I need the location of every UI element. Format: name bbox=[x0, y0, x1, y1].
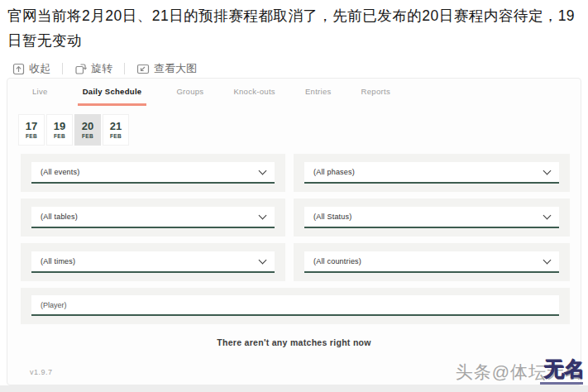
date-pill-20-feb[interactable]: 20 FEB bbox=[75, 115, 100, 145]
tab-knock-outs[interactable]: Knock-outs bbox=[233, 87, 275, 103]
date-day: 17 bbox=[26, 121, 37, 131]
filter-panel-status: (All Status) bbox=[294, 198, 570, 237]
rotate-icon bbox=[74, 63, 87, 75]
tab-groups[interactable]: Groups bbox=[176, 87, 203, 103]
date-day: 20 bbox=[82, 121, 93, 131]
tab-reports[interactable]: Reports bbox=[361, 87, 390, 103]
chevron-down-icon bbox=[259, 256, 267, 264]
version-label: v1.9.7 bbox=[30, 368, 53, 376]
article-headline: 官网当前将2月20日、21日的预排赛程都取消了，先前已发布的20日赛程内容待定，… bbox=[7, 3, 581, 53]
date-pill-21-feb[interactable]: 21 FEB bbox=[103, 115, 128, 145]
filter-panel-times: (All times) bbox=[21, 243, 285, 281]
date-day: 19 bbox=[54, 121, 65, 131]
date-pill-17-feb[interactable]: 17 FEB bbox=[19, 115, 44, 145]
events-select-value: (All events) bbox=[41, 168, 79, 176]
date-pill-19-feb[interactable]: 19 FEB bbox=[47, 115, 72, 145]
tab-entries[interactable]: Entries bbox=[305, 87, 332, 103]
view-large-label: 查看大图 bbox=[154, 61, 197, 76]
collapse-icon bbox=[12, 63, 25, 75]
player-search-panel bbox=[21, 288, 570, 324]
times-select-value: (All times) bbox=[41, 257, 75, 265]
events-select[interactable]: (All events) bbox=[31, 162, 275, 184]
date-day: 21 bbox=[110, 121, 122, 131]
date-month: FEB bbox=[54, 133, 65, 139]
image-toolbar: 收起 旋转 查看大图 bbox=[12, 60, 197, 77]
page: 官网当前将2月20日、21日的预排赛程都取消了，先前已发布的20日赛程内容待定，… bbox=[0, 0, 588, 392]
status-select[interactable]: (All Status) bbox=[304, 207, 559, 228]
filter-panel-phases: (All phases) bbox=[294, 154, 570, 192]
filter-panel-events: (All events) bbox=[21, 154, 285, 192]
view-large-button[interactable]: 查看大图 bbox=[136, 61, 197, 76]
toolbar-divider bbox=[62, 63, 63, 74]
watermark-logo: 无名 bbox=[543, 356, 585, 380]
player-search-input[interactable] bbox=[31, 295, 559, 316]
date-month: FEB bbox=[82, 133, 93, 139]
schedule-screenshot: Live Daily Schedule Groups Knock-outs En… bbox=[7, 78, 581, 385]
collapse-label: 收起 bbox=[29, 61, 50, 76]
tab-daily-schedule[interactable]: Daily Schedule bbox=[78, 87, 147, 106]
phases-select-value: (All phases) bbox=[313, 168, 355, 176]
filter-grid: (All events) (All phases) (All tables) (… bbox=[21, 154, 570, 281]
times-select[interactable]: (All times) bbox=[31, 251, 275, 273]
view-large-icon bbox=[136, 63, 150, 75]
chevron-down-icon bbox=[543, 166, 552, 174]
chevron-down-icon bbox=[259, 166, 267, 174]
rotate-label: 旋转 bbox=[91, 61, 112, 76]
status-select-value: (All Status) bbox=[313, 213, 351, 221]
rotate-button[interactable]: 旋转 bbox=[74, 61, 112, 76]
empty-state-message: There aren't any matches right now bbox=[7, 337, 581, 347]
chevron-down-icon bbox=[259, 211, 267, 219]
tab-bar: Live Daily Schedule Groups Knock-outs En… bbox=[32, 87, 390, 106]
countries-select[interactable]: (All countries) bbox=[304, 251, 559, 273]
tables-select-value: (All tables) bbox=[41, 213, 78, 221]
collapse-button[interactable]: 收起 bbox=[12, 61, 50, 76]
date-month: FEB bbox=[110, 133, 122, 139]
tables-select[interactable]: (All tables) bbox=[31, 207, 275, 228]
watermark-logo-bar bbox=[540, 382, 583, 385]
chevron-down-icon bbox=[543, 211, 552, 219]
phases-select[interactable]: (All phases) bbox=[304, 162, 559, 184]
toolbar-divider bbox=[124, 63, 125, 74]
date-month: FEB bbox=[26, 133, 37, 139]
chevron-down-icon bbox=[543, 256, 552, 264]
filter-panel-tables: (All tables) bbox=[21, 198, 285, 237]
watermark: 头条@体坛无名 无名 bbox=[456, 359, 583, 389]
filter-panel-countries: (All countries) bbox=[294, 243, 570, 281]
tab-live[interactable]: Live bbox=[32, 87, 48, 103]
countries-select-value: (All countries) bbox=[313, 257, 361, 265]
date-selector: 17 FEB 19 FEB 20 FEB 21 FEB bbox=[19, 115, 128, 145]
